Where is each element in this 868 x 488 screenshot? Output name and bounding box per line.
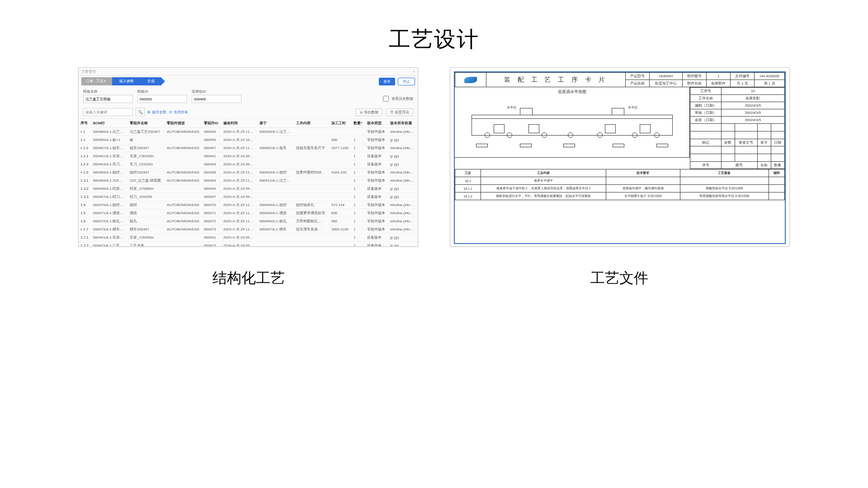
search-fields: 模板名称 模板ID 实例化ID 查看历史数据 — [79, 87, 418, 106]
setpoints-button[interactable]: ☰ 设置浮点 — [386, 108, 413, 116]
card-title: 装 配 工 艺 工 序 卡 片 — [486, 73, 626, 87]
table-row[interactable]: 1000466/A.1-法兰…法兰盘工艺202467AUTOBOMSAVEAS0… — [79, 128, 418, 136]
table-row[interactable]: 1.4000470/A.1-粗镗…粗镗AUTOBOMSAVEAS00047020… — [79, 201, 418, 209]
grid-col[interactable]: 零组件描述 — [165, 119, 202, 128]
logo-cell — [455, 73, 486, 87]
table-row[interactable]: 1.7.1000441/A.1-车床…车床_C50350n0004412024-… — [79, 234, 418, 242]
grid-col[interactable]: 数量* — [352, 119, 365, 128]
export-button[interactable]: ⇲ 导出数据 — [355, 108, 382, 116]
grid-header-row: 序号BOM行零组件名称零组件描述零组件ID修改时间基于工作内容加工工时数量*版本… — [79, 119, 418, 128]
template-name-label: 模板名称 — [83, 89, 133, 94]
caption-right: 工艺文件 — [450, 268, 789, 288]
diagram-area: 底座调水平简图 水平仪 水平仪 — [455, 87, 690, 158]
wizard-step-1[interactable]: 订单 - 工艺A — [81, 77, 112, 85]
table-row[interactable]: 1.7.2000415/A.1-三爪…三爪卡盘0004152024-4-月-24… — [79, 242, 418, 247]
op-step-row: 10.1底座水平调平 — [455, 177, 785, 185]
page-total: 共 1 页 — [731, 80, 755, 87]
table-row[interactable]: 1.3.2000446/A.1-镗床…镗床_X70660n0004462024-… — [79, 185, 418, 193]
grid-toolbar: 🔍 ⊞ 展开全部 ⊟ 关闭所有 ⇲ 导出数据 ☰ 设置浮点 — [79, 106, 418, 119]
caption-left: 结构化工艺 — [79, 268, 418, 288]
wizard-step-3[interactable]: 生成 — [140, 77, 161, 85]
instance-id-label: 实例化ID — [192, 89, 241, 94]
diagram-label-left: 水平仪 — [507, 105, 516, 110]
publish-button[interactable]: 发布 — [379, 78, 395, 85]
part-name-label: 部件名称 — [683, 80, 707, 87]
expand-all-button[interactable]: ⊞ 展开全部 — [147, 110, 166, 115]
grid-col[interactable]: 修改时间 — [222, 119, 258, 128]
table-row[interactable]: 1.7000473/A.1-精车…精车202467AUTOBOMSAVEAS00… — [79, 225, 418, 234]
part-draw-value: 1 — [707, 73, 731, 80]
table-row[interactable]: 1.5000471/A.1-调质…调质AUTOBOMSAVEAS00047120… — [79, 209, 418, 217]
wizard-step-2[interactable]: 输入参数 — [112, 77, 140, 85]
panel-tab[interactable]: 方案管理 — [81, 69, 96, 74]
template-id-input[interactable] — [137, 95, 187, 103]
prod-name-label: 产品名称 — [625, 80, 649, 87]
diagram-label-right: 水平仪 — [628, 105, 637, 110]
table-row[interactable]: 1.1000450/A.1-板×1板0004502024-4-月-24 10…8… — [79, 136, 418, 144]
side-info-table: 工序号10 工序名称底座装配 编制（日期）20024/3/5 审核（日期）200… — [690, 87, 785, 169]
prod-name-value: 卧置加工中心 — [649, 80, 683, 87]
stop-button[interactable]: 停止 — [398, 78, 415, 85]
table-row[interactable]: 1.2.1000441/A.1-车床…车床_C50350n0004412024-… — [79, 152, 418, 160]
close-icon[interactable]: × — [413, 70, 415, 74]
grid-col[interactable]: 工作内容 — [294, 119, 330, 128]
machine-diagram: 水平仪 水平仪 — [463, 107, 681, 145]
table-row[interactable]: 1.3000468/A.1-粗镗…粗镗202467AUTOBOMSAVEAS00… — [79, 169, 418, 177]
instance-id-input[interactable] — [192, 95, 241, 103]
diagram-title: 底座调水平简图 — [558, 89, 586, 95]
prod-model-value: HH654H — [649, 73, 683, 80]
page-title: 工艺设计 — [0, 25, 868, 54]
process-grid: 序号BOM行零组件名称零组件描述零组件ID修改时间基于工作内容加工工时数量*版本… — [79, 119, 418, 247]
table-row[interactable]: 1.6000472/A.1-铣孔…铣孔AUTOBOMSAVEAS00047220… — [79, 217, 418, 225]
prod-model-label: 产品型号 — [625, 73, 649, 80]
grid-col[interactable]: 序号 — [79, 119, 91, 128]
panels-row: 方案管理 × 订单 - 工艺A 输入参数 生成 发布 停止 模板名称 模板ID … — [0, 67, 868, 247]
op-step-row: 10.1.2调各垫铁进行水平，平行，等高调整后锁紧螺丝，起始水平可加紧铁水平精度… — [455, 192, 785, 200]
grid-col[interactable]: 版本所有权属 — [388, 119, 418, 128]
card-header-table: 装 配 工 艺 工 序 卡 片 产品型号 HH654H 部件图号 1 文件编号 … — [455, 72, 785, 87]
doc-no-label: 文件编号 — [731, 73, 755, 80]
part-draw-label: 部件图号 — [683, 73, 707, 80]
grid-col[interactable]: 零组件ID — [202, 119, 222, 128]
captions-row: 结构化工艺 工艺文件 — [0, 268, 868, 288]
op-step-row: 10.1.1将底座吊放于地平铁上，在底座上模拟导轨位置，按图放置水平仪 2底座纵… — [455, 185, 785, 192]
panel-tab-bar: 方案管理 × — [79, 68, 418, 75]
structured-process-panel: 方案管理 × 订单 - 工艺A 输入参数 生成 发布 停止 模板名称 模板ID … — [78, 67, 418, 247]
search-icon[interactable]: 🔍 — [136, 108, 145, 117]
table-row[interactable]: 1.2000467/A.1-粗车…粗车202467AUTOBOMSAVEAS00… — [79, 144, 418, 152]
part-name-value: 底座部件 — [707, 80, 731, 87]
grid-col[interactable]: 基于 — [258, 119, 294, 128]
table-row[interactable]: 1.3.3000447/A.1-镗刀…镗刀_XD02500004472024-4… — [79, 193, 418, 201]
grid-col[interactable]: 加工工时 — [330, 119, 352, 128]
doc-no-value: HH-AS0008 — [755, 73, 785, 80]
grid-col[interactable]: 版本类型 — [365, 119, 389, 128]
page-current: 第 1 页 — [755, 80, 785, 87]
collapse-all-button[interactable]: ⊟ 关闭所有 — [169, 110, 188, 115]
op-steps-table: 工步工步内容技术要求工艺装备辅料 10.1底座水平调平10.1.1将底座吊放于地… — [455, 169, 785, 200]
logo-icon — [464, 77, 477, 83]
wizard-steps: 订单 - 工艺A 输入参数 生成 发布 停止 — [79, 75, 418, 87]
keyword-input[interactable] — [83, 108, 133, 116]
history-checkbox[interactable]: 查看历史数据 — [381, 94, 413, 103]
grid-col[interactable]: BOM行 — [91, 119, 128, 128]
table-row[interactable]: 1.3.1000469/A.1-315…315_法兰盘-铸面图AUTOBOMSA… — [79, 177, 418, 185]
grid-col[interactable]: 零组件名称 — [128, 119, 165, 128]
template-name-input[interactable] — [83, 95, 133, 103]
process-card-panel: 装 配 工 艺 工 序 卡 片 产品型号 HH654H 部件图号 1 文件编号 … — [450, 67, 790, 247]
table-row[interactable]: 1.2.2000443/A.1-车刀…车刀_CDG0010004432024-4… — [79, 160, 418, 169]
template-id-label: 模板ID — [137, 89, 187, 94]
